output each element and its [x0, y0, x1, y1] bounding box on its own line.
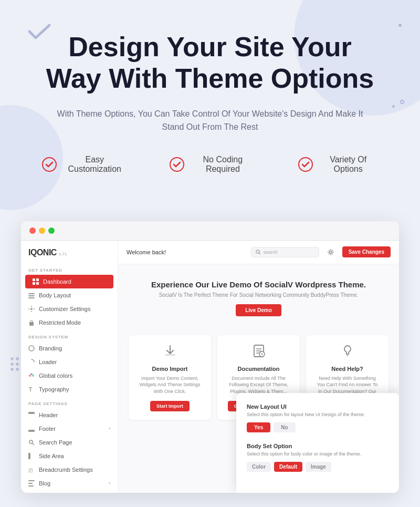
card-demo-import: Demo Import Import Your Demo Content, Wi…	[129, 335, 211, 420]
documentation-icon	[226, 344, 291, 361]
popup-new-layout-title: New Layout UI	[247, 403, 388, 410]
logo-version: 1.71	[59, 252, 67, 256]
sidebar-item-dashboard-label: Dashboard	[43, 278, 71, 285]
body-set-color-button[interactable]: Color	[247, 462, 271, 472]
svg-rect-30	[165, 354, 175, 356]
feature-easy-customization-label: Easy Customization	[62, 155, 128, 174]
svg-rect-23	[28, 480, 35, 481]
start-import-button[interactable]: Start Import	[150, 401, 190, 411]
sidebar-item-breadcrumb-label: Breadcrumb Settings	[39, 467, 93, 473]
hero-subtitle: With Theme Options, You Can Take Control…	[47, 107, 373, 134]
popup-new-layout-section: New Layout UI Select this option for lay…	[247, 403, 388, 432]
welcome-text: Welcome back!	[127, 249, 246, 255]
card-demo-import-title: Demo Import	[137, 366, 203, 372]
sidebar-item-footer-label: Footer	[39, 426, 56, 432]
sidebar-item-typography[interactable]: T Typography	[21, 382, 118, 396]
restricted-icon	[28, 319, 35, 326]
gear-button[interactable]	[324, 246, 337, 258]
body-set-option-group: Color Default Image	[247, 462, 388, 472]
popup-body-set-desc: Select this option for body color or ima…	[247, 451, 388, 457]
sidebar-item-typography-label: Typography	[39, 386, 69, 392]
body-set-image-button[interactable]: Image	[306, 462, 331, 472]
svg-point-2	[299, 158, 312, 171]
sidebar-section-page-settings: PAGE SETTINGS	[21, 396, 118, 408]
sidebar-item-search-page-label: Search Page	[39, 439, 72, 446]
sidebar-section-design: DESIGN SYSTEM	[21, 329, 118, 342]
browser-mockup: IQONIC 1.71 GET STARTED Dashboard Body L…	[21, 221, 399, 493]
demo-subtitle: SocialV Is The Perfect Theme For Social …	[129, 292, 388, 298]
card-need-help-title: Need Help?	[314, 366, 380, 372]
browser-dot-green	[48, 227, 55, 234]
sidebar-item-404[interactable]: 404 404	[21, 490, 118, 493]
header-icon	[28, 412, 35, 418]
popup-body-set-title: Body Set Option	[247, 443, 388, 449]
feature-easy-customization: Easy Customization	[42, 155, 128, 174]
hero-section: Design Your Site Your Way With Theme Opt…	[0, 0, 420, 221]
sidebar-item-footer[interactable]: Footer ›	[21, 422, 118, 436]
card-documentation-title: Documentation	[226, 366, 291, 372]
browser-dot-red	[29, 227, 36, 234]
live-demo-button[interactable]: Live Demo	[236, 304, 281, 316]
svg-rect-17	[28, 412, 35, 414]
help-icon	[314, 344, 380, 361]
svg-point-10	[30, 308, 33, 310]
top-bar: Welcome back! search Save Changes	[118, 241, 399, 264]
svg-rect-25	[28, 485, 34, 487]
sidebar-item-body-layout[interactable]: Body Layout	[21, 288, 118, 302]
sidebar-item-loader[interactable]: Loader	[21, 355, 118, 369]
sidebar-item-customizer[interactable]: Customizer Settings	[21, 302, 118, 316]
sidebar-item-restricted[interactable]: Restricted Mode	[21, 316, 118, 329]
svg-line-20	[33, 443, 35, 445]
colors-icon	[28, 373, 35, 379]
search-box[interactable]: search	[251, 247, 319, 257]
sidebar-item-search-page[interactable]: Search Page	[21, 436, 118, 449]
sidebar-item-breadcrumb[interactable]: {/} Breadcrumb Settings	[21, 463, 118, 477]
svg-point-37	[347, 355, 348, 356]
svg-point-12	[29, 346, 34, 351]
svg-rect-9	[28, 297, 35, 298]
svg-rect-24	[28, 483, 33, 484]
sidebar-item-blog[interactable]: Blog ›	[21, 477, 118, 490]
sidebar-logo: IQONIC 1.71	[21, 241, 118, 263]
card-demo-import-desc: Import Your Demo Content, Widgets And Th…	[137, 375, 203, 395]
svg-point-1	[170, 158, 184, 171]
sidebar-item-header-label: Header	[39, 412, 58, 418]
feature-variety-options-label: Variety Of Options	[318, 155, 378, 174]
customizer-icon	[28, 306, 35, 312]
side-area-icon	[28, 453, 35, 459]
new-layout-no-button[interactable]: No	[274, 422, 295, 432]
dashboard-icon	[33, 278, 39, 285]
svg-point-15	[32, 375, 34, 377]
sidebar-item-side-area[interactable]: Side Area	[21, 449, 118, 463]
svg-rect-3	[33, 278, 35, 281]
sidebar-item-header[interactable]: Header	[21, 408, 118, 422]
svg-point-19	[29, 440, 33, 443]
svg-point-0	[43, 158, 56, 171]
sidebar: IQONIC 1.71 GET STARTED Dashboard Body L…	[21, 241, 118, 493]
sidebar-item-customizer-label: Customizer Settings	[39, 306, 90, 312]
sidebar-item-branding-label: Branding	[39, 345, 62, 351]
search-placeholder: search	[264, 250, 278, 255]
svg-rect-5	[33, 282, 35, 285]
blog-icon	[28, 480, 35, 487]
sidebar-item-branding[interactable]: Branding	[21, 342, 118, 355]
footer-arrow: ›	[109, 426, 110, 431]
svg-rect-8	[28, 295, 35, 296]
svg-rect-6	[36, 282, 39, 285]
svg-text:{/}: {/}	[28, 468, 33, 473]
body-set-default-button[interactable]: Default	[274, 462, 302, 472]
features-row: Easy Customization No Coding Required Va…	[42, 155, 378, 174]
svg-line-28	[259, 253, 260, 254]
sidebar-item-global-colors-label: Global colors	[39, 373, 72, 379]
gear-icon	[327, 249, 334, 256]
logo-text: IQONIC	[28, 248, 57, 257]
svg-point-14	[30, 373, 33, 375]
sidebar-item-dashboard[interactable]: Dashboard	[25, 275, 113, 288]
search-page-icon	[28, 439, 35, 446]
sidebar-item-loader-label: Loader	[39, 359, 57, 365]
new-layout-yes-button[interactable]: Yes	[247, 422, 270, 432]
hero-title: Design Your Site Your Way With Theme Opt…	[42, 32, 378, 95]
save-changes-button[interactable]: Save Changes	[342, 246, 391, 257]
sidebar-item-global-colors[interactable]: Global colors	[21, 369, 118, 382]
popup-new-layout-desc: Select this option for layout New UI Des…	[247, 412, 388, 417]
